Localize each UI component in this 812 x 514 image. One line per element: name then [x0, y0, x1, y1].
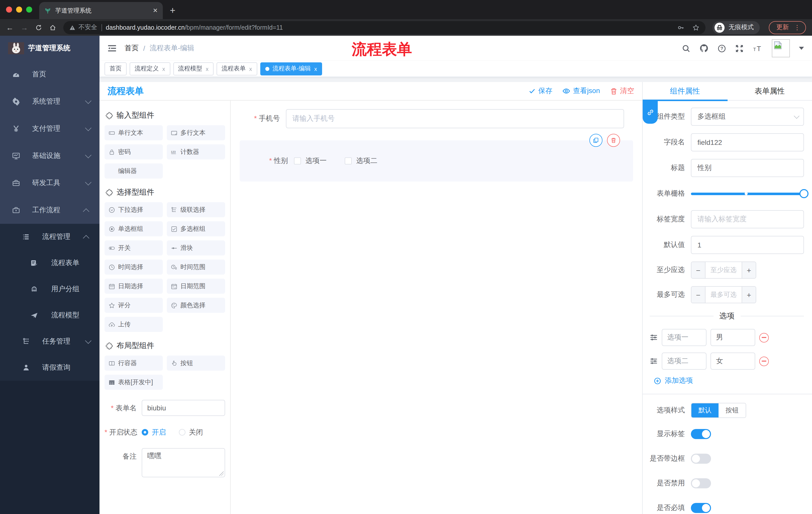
sidebar-item-devtools[interactable]: 研发工具 [0, 169, 99, 197]
home-icon[interactable] [49, 24, 56, 31]
page-tab-home[interactable]: 首页 [105, 62, 127, 75]
sidebar-item-infra[interactable]: 基础设施 [0, 142, 99, 169]
browser-tab[interactable]: 芋道管理系统 ✕ [39, 2, 163, 19]
chip-editor[interactable]: 编辑器 [105, 163, 163, 179]
tab-close-icon[interactable]: x [206, 65, 208, 72]
canvas-field-phone[interactable]: 手机号 请输入手机号 [240, 109, 633, 128]
disabled-toggle[interactable] [691, 478, 711, 488]
back-icon[interactable]: ← [6, 24, 13, 31]
sidebar-item-user-group[interactable]: 用户分组 [0, 276, 99, 302]
page-tab-process-form-edit[interactable]: 流程表单-编辑x [260, 62, 322, 75]
add-option-button[interactable]: 添加选项 [654, 376, 804, 385]
chip-button[interactable]: 按钮 [167, 356, 225, 371]
page-tab-process-form[interactable]: 流程表单x [216, 62, 257, 75]
sidebar-logo[interactable]: 芋道管理系统 [0, 36, 99, 61]
page-tab-process-definition[interactable]: 流程定义x [129, 62, 170, 75]
chip-time-range[interactable]: 时间范围 [167, 260, 225, 275]
forward-icon[interactable]: → [21, 24, 28, 31]
new-tab-button[interactable]: + [170, 5, 175, 16]
font-size-icon[interactable]: T T [753, 44, 763, 53]
help-icon[interactable]: ? [718, 44, 726, 53]
chip-single-line-text[interactable]: 单行文本 [105, 125, 163, 140]
status-off-radio[interactable]: 关闭 [179, 424, 203, 440]
sidebar-item-process-mgmt[interactable]: 流程管理 [0, 224, 99, 250]
maximize-window-button[interactable] [26, 6, 32, 12]
security-warning[interactable]: 不安全 [69, 23, 97, 32]
chip-select[interactable]: 下拉选择 [105, 202, 163, 217]
phone-input[interactable]: 请输入手机号 [286, 109, 624, 128]
remove-option-button[interactable] [759, 356, 769, 366]
bookmark-star-icon[interactable] [692, 24, 699, 31]
chip-multi-line-text[interactable]: 多行文本 [167, 125, 225, 140]
chip-time-picker[interactable]: 时间选择 [105, 260, 163, 275]
gender-option1-checkbox[interactable]: 选项一 [294, 156, 327, 165]
fullscreen-icon[interactable] [735, 44, 744, 53]
update-button[interactable]: 更新 ⋮ [769, 21, 806, 34]
sidebar-item-home[interactable]: 首页 [0, 61, 99, 88]
slider-track[interactable] [691, 192, 804, 195]
option-name-input[interactable]: 选项一 [662, 329, 706, 346]
sidebar-collapse-icon[interactable] [108, 44, 117, 53]
browser-menu-icon[interactable]: ⋮ [794, 24, 801, 31]
sidebar-item-leave-query[interactable]: 请假查询 [0, 355, 99, 381]
tab-close-icon[interactable]: x [162, 65, 165, 72]
password-key-icon[interactable] [677, 24, 685, 31]
address-bar[interactable]: 不安全 dashboard.yudao.iocoder.cn/bpm/manag… [63, 21, 705, 34]
chip-slider[interactable]: 滑块 [167, 240, 225, 255]
component-type-select[interactable]: 多选框组 [691, 108, 804, 126]
clear-button[interactable]: 清空 [610, 86, 634, 96]
sidebar-item-payment[interactable]: 支付管理 [0, 115, 99, 142]
form-name-input[interactable]: biubiu [142, 400, 225, 416]
default-value-input[interactable]: 1 [691, 236, 804, 254]
sidebar-item-process-model[interactable]: 流程模型 [0, 302, 99, 328]
option-value-input[interactable]: 女 [710, 353, 755, 370]
label-width-input[interactable]: 请输入标签宽度 [691, 210, 804, 228]
increase-button[interactable]: + [742, 287, 756, 303]
tab-close-icon[interactable]: x [249, 65, 252, 72]
form-grid-slider[interactable] [691, 185, 804, 203]
chip-date-range[interactable]: 日期范围 [167, 279, 225, 294]
min-select-input[interactable]: 至少应选 [705, 262, 742, 278]
increase-button[interactable]: + [742, 262, 756, 278]
reload-icon[interactable] [35, 24, 42, 31]
sidebar-item-system[interactable]: 系统管理 [0, 88, 99, 115]
chip-switch[interactable]: 开关 [105, 240, 163, 255]
tab-close-icon[interactable]: ✕ [153, 7, 158, 14]
tab-close-icon[interactable]: x [314, 65, 317, 72]
remove-option-button[interactable] [759, 333, 769, 342]
save-button[interactable]: 保存 [529, 86, 552, 96]
slider-handle[interactable] [800, 189, 809, 198]
style-default-button[interactable]: 默认 [691, 403, 719, 417]
show-label-toggle[interactable] [691, 429, 711, 439]
chip-upload[interactable]: 上传 [105, 317, 163, 332]
avatar[interactable] [772, 39, 790, 57]
copy-component-button[interactable] [589, 134, 603, 147]
option-value-input[interactable]: 男 [710, 329, 755, 346]
close-window-button[interactable] [6, 6, 12, 12]
page-tab-process-model[interactable]: 流程模型x [173, 62, 213, 75]
tab-component-props[interactable]: 组件属性 [643, 82, 727, 100]
form-canvas[interactable]: 手机号 请输入手机号 性别 [231, 101, 642, 514]
sidebar-item-process-form[interactable]: 流程表单 [0, 250, 99, 276]
view-json-button[interactable]: 查看json [562, 86, 600, 96]
canvas-field-gender-selected[interactable]: 性别 选项一 选项二 [240, 140, 633, 182]
avatar-dropdown-caret-icon[interactable] [799, 47, 804, 50]
chip-cascader[interactable]: 级联选择 [167, 202, 225, 217]
minimize-window-button[interactable] [16, 6, 22, 12]
delete-component-button[interactable] [607, 134, 620, 147]
search-icon[interactable] [682, 44, 690, 53]
remark-textarea[interactable]: 嘿嘿 [142, 448, 225, 477]
style-button-button[interactable]: 按钮 [719, 403, 746, 417]
drag-handle-icon[interactable] [650, 357, 658, 365]
chip-radio-group[interactable]: 单选框组 [105, 221, 163, 236]
data-binding-link-button[interactable] [643, 101, 658, 124]
chip-row-container[interactable]: 行容器 [105, 356, 163, 371]
gender-option2-checkbox[interactable]: 选项二 [345, 156, 377, 165]
chip-date-picker[interactable]: 日期选择 [105, 279, 163, 294]
option-name-input[interactable]: 选项二 [662, 353, 706, 370]
chip-password[interactable]: 密码 [105, 144, 163, 159]
required-toggle[interactable] [691, 503, 711, 513]
decrease-button[interactable]: − [691, 262, 705, 278]
title-input[interactable]: 性别 [691, 159, 804, 177]
border-toggle[interactable] [691, 454, 711, 464]
